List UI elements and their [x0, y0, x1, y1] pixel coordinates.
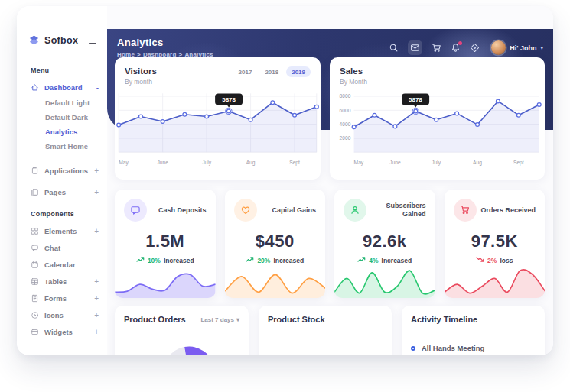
sparkline-chart: [115, 263, 216, 298]
stat-value: $450: [225, 232, 326, 251]
sidebar-item-pages[interactable]: Pages +: [31, 181, 101, 202]
year-2017-button[interactable]: 2017: [233, 66, 258, 77]
clipboard-icon: [31, 167, 39, 175]
timeline-item[interactable]: All Hands Meeting: [411, 344, 536, 352]
visitors-chart: MayJuneJulyAugSept 5878: [115, 87, 321, 167]
components-section-label: Components: [31, 210, 101, 222]
sidebar-item-default-light[interactable]: Default Light: [31, 96, 101, 110]
svg-text:July: July: [202, 160, 212, 166]
expand-indicator: +: [94, 167, 101, 175]
svg-text:8000: 8000: [340, 93, 351, 99]
sidebar-item-icons[interactable]: Icons +: [31, 306, 101, 323]
svg-text:July: July: [432, 160, 441, 166]
widget-icon: [31, 328, 39, 336]
svg-text:May: May: [354, 160, 364, 166]
sidebar-item-analytics[interactable]: Analytics: [31, 125, 101, 139]
svg-text:6000: 6000: [340, 108, 351, 113]
sidebar-item-tables[interactable]: Tables +: [31, 273, 101, 290]
sidebar-item-elements[interactable]: Elements +: [31, 222, 101, 239]
visitors-chart-svg: MayJuneJulyAugSept: [116, 87, 319, 167]
sidebar-item-widgets[interactable]: Widgets +: [31, 323, 101, 340]
collapse-indicator: -: [96, 83, 101, 92]
calendar-icon: [31, 261, 39, 269]
chat-icon: [31, 244, 39, 252]
sidebar-item-smart-home[interactable]: Smart Home: [31, 139, 101, 154]
svg-text:4000: 4000: [340, 121, 351, 127]
dashboard-content: Visitors By month 2017 2018 2019 MayJune…: [107, 6, 553, 355]
sales-chart-svg: 2000400060008000MayJuneJulyAugSept: [331, 87, 543, 167]
sidebar: Sofbox Menu Dashboard - Default Light De…: [17, 6, 107, 355]
cart-icon: [454, 199, 477, 222]
svg-text:Aug: Aug: [473, 160, 482, 166]
svg-text:June: June: [389, 160, 401, 165]
heart-icon: [234, 199, 257, 222]
timeline-dot-icon: [411, 346, 415, 351]
activity-timeline-card: Activity Timeline All Hands Meeting: [402, 306, 545, 355]
table-icon: [31, 277, 39, 286]
sidebar-item-forms[interactable]: Forms +: [31, 290, 101, 306]
main-area: Analytics Home > Dashboard > Analytics: [107, 6, 553, 355]
sparkline-chart: [225, 263, 326, 298]
svg-text:June: June: [157, 160, 168, 165]
stat-card-orders-received: Orders Received 97.5K 2% loss: [445, 190, 546, 298]
sales-card: Sales By Month 2000400060008000MayJuneJu…: [330, 57, 545, 180]
sales-chart: 2000400060008000MayJuneJulyAugSept 5878: [330, 87, 545, 167]
svg-text:Sept: Sept: [513, 160, 524, 166]
pages-icon: [31, 188, 39, 196]
sidebar-item-default-dark[interactable]: Default Dark: [31, 110, 101, 125]
product-stock-card: Product Stock: [259, 306, 392, 355]
visitors-subtitle: By month: [125, 78, 157, 86]
stat-value: 92.6k: [334, 232, 435, 251]
stat-card-cash-deposits: Cash Deposits 1.5M 10% Increased: [115, 190, 216, 298]
expand-indicator: +: [94, 188, 101, 196]
visitors-card: Visitors By month 2017 2018 2019 MayJune…: [115, 57, 321, 180]
svg-text:Aug: Aug: [246, 160, 256, 166]
visitors-title: Visitors: [125, 66, 157, 76]
svg-text:Sept: Sept: [289, 160, 300, 166]
page-canvas: Sofbox Menu Dashboard - Default Light De…: [0, 0, 570, 392]
date-range-dropdown[interactable]: Last 7 days ▾: [200, 316, 239, 323]
year-2018-button[interactable]: 2018: [259, 66, 284, 77]
product-orders-title: Product Orders: [124, 315, 186, 324]
sales-title: Sales: [340, 66, 367, 76]
stat-card-capital-gains: Capital Gains $450 20% Increased: [225, 190, 326, 298]
sidebar-nav: Menu Dashboard - Default Light Default D…: [17, 47, 107, 340]
menu-section-label: Menu: [31, 66, 101, 79]
logo-text: Sofbox: [44, 35, 78, 46]
stat-value: 1.5M: [115, 232, 216, 251]
product-orders-card: Product Orders Last 7 days ▾: [115, 306, 249, 355]
product-orders-donut: [158, 342, 220, 355]
year-2019-button[interactable]: 2019: [286, 66, 311, 77]
chevron-down-icon: ▾: [236, 316, 239, 323]
user-icon: [344, 199, 366, 222]
sofbox-logo-icon: [28, 34, 41, 47]
target-icon: [31, 311, 39, 319]
sidebar-item-calendar[interactable]: Calendar: [31, 256, 101, 273]
year-filter: 2017 2018 2019: [233, 66, 311, 77]
home-icon: [31, 83, 39, 92]
activity-timeline-title: Activity Timeline: [411, 315, 536, 324]
stat-value: 97.5K: [445, 232, 546, 251]
grid-icon: [31, 227, 39, 235]
message-icon: [124, 199, 147, 222]
timeline-connector: [415, 355, 415, 355]
svg-text:2000: 2000: [340, 135, 351, 141]
stat-card-subscribers-gained: Subscribers Gained 92.6k 4% Increased: [334, 190, 435, 298]
sidebar-toggle-icon[interactable]: [87, 35, 98, 46]
product-stock-title: Product Stock: [268, 315, 383, 324]
sidebar-item-dashboard[interactable]: Dashboard -: [31, 79, 101, 96]
svg-text:May: May: [119, 160, 129, 166]
sales-subtitle: By Month: [340, 78, 367, 86]
app-window: Sofbox Menu Dashboard - Default Light De…: [17, 6, 553, 355]
file-icon: [31, 294, 39, 303]
sparkline-chart: [334, 263, 435, 298]
sidebar-item-applications[interactable]: Applications +: [31, 160, 101, 181]
sidebar-item-chat[interactable]: Chat: [31, 239, 101, 256]
sparkline-chart: [445, 263, 546, 298]
